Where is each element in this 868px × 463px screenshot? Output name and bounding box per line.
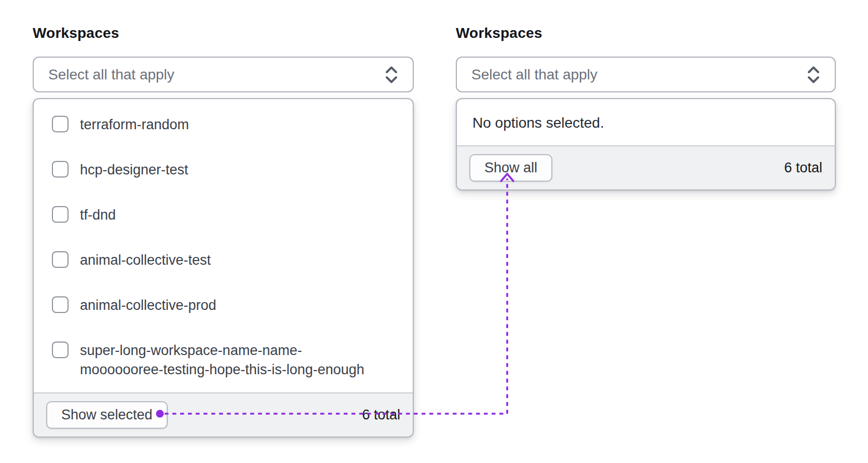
empty-state: No options selected. xyxy=(457,99,835,146)
total-count: 6 total xyxy=(784,160,822,176)
select-placeholder: Select all that apply xyxy=(48,66,385,83)
option-label: terraform-random xyxy=(80,115,189,134)
empty-message: No options selected. xyxy=(472,115,604,131)
field-label: Workspaces xyxy=(33,25,414,42)
option-label: animal-collective-test xyxy=(80,251,211,270)
chevron-up-down-icon xyxy=(807,66,820,84)
total-count: 6 total xyxy=(362,407,400,423)
options-dropdown: terraform-random hcp-designer-test tf-dn… xyxy=(33,98,414,438)
workspaces-multiselect-collapsed: Workspaces Select all that apply No opti… xyxy=(456,25,836,190)
workspaces-multiselect-expanded: Workspaces Select all that apply terrafo… xyxy=(33,25,414,438)
option-checkbox[interactable] xyxy=(52,342,69,358)
option-row[interactable]: hcp-designer-test xyxy=(52,160,397,180)
show-selected-button[interactable]: Show selected xyxy=(46,401,168,429)
option-checkbox[interactable] xyxy=(52,206,69,223)
multiselect-trigger[interactable]: Select all that apply xyxy=(33,57,414,92)
option-label: tf-dnd xyxy=(80,206,116,225)
selected-summary-panel: No options selected. Show all 6 total xyxy=(456,98,836,190)
show-all-button[interactable]: Show all xyxy=(469,154,552,182)
option-checkbox[interactable] xyxy=(52,251,69,268)
page: { "accent_color": "#8f2ce0", "left": { "… xyxy=(0,0,868,463)
field-label: Workspaces xyxy=(456,25,836,42)
option-row[interactable]: animal-collective-test xyxy=(52,251,397,270)
option-row[interactable]: tf-dnd xyxy=(52,206,397,225)
dropdown-footer: Show selected 6 total xyxy=(34,392,413,437)
multiselect-trigger[interactable]: Select all that apply xyxy=(456,57,836,92)
options-list: terraform-random hcp-designer-test tf-dn… xyxy=(34,99,413,379)
option-label: animal-collective-prod xyxy=(80,296,216,315)
summary-footer: Show all 6 total xyxy=(457,145,835,189)
option-label: hcp-designer-test xyxy=(80,160,188,180)
option-checkbox[interactable] xyxy=(52,161,69,178)
option-label: super-long-workspace-name-name-moooooore… xyxy=(80,341,370,379)
option-checkbox[interactable] xyxy=(52,116,69,132)
chevron-up-down-icon xyxy=(385,66,398,84)
option-checkbox[interactable] xyxy=(52,296,69,313)
option-row[interactable]: animal-collective-prod xyxy=(52,296,397,315)
option-row[interactable]: super-long-workspace-name-name-moooooore… xyxy=(52,341,397,379)
select-placeholder: Select all that apply xyxy=(471,66,807,83)
option-row[interactable]: terraform-random xyxy=(52,115,397,134)
